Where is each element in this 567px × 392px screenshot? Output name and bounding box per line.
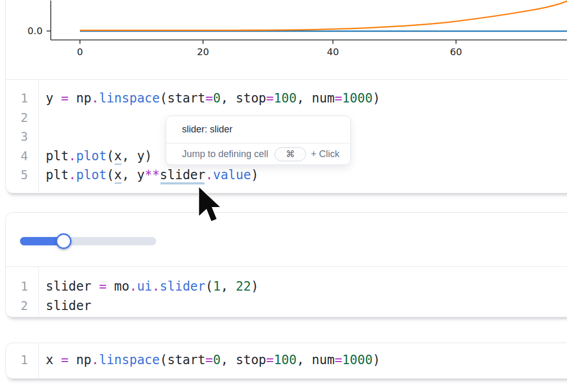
code-token: , stop	[220, 91, 266, 106]
code-token: , y)	[122, 149, 153, 163]
code-token: (	[107, 149, 114, 163]
line-number: 1	[6, 89, 38, 108]
code-token: **	[145, 168, 160, 182]
code-token: .	[152, 279, 159, 294]
variable-tooltip: slider: slider Jump to defining cell ⌘ +…	[166, 116, 351, 165]
code-token: =	[266, 91, 274, 106]
code-token: (start	[160, 91, 206, 106]
code-content: slider = mo.ui.slider(1, 22)	[46, 277, 259, 296]
code-token: (start	[160, 353, 206, 367]
x-tick-label: 60	[450, 46, 462, 57]
code-token: linspace	[99, 353, 160, 367]
slider-track[interactable]	[20, 237, 156, 245]
code-token: y	[46, 91, 61, 106]
x-tick-label: 0	[77, 46, 83, 57]
line-number: 2	[6, 296, 38, 316]
code-content: y = np.linspace(start=0, stop=100, num=1…	[46, 89, 380, 108]
code-token: plot	[76, 149, 107, 163]
code-content: x = np.linspace(start=0, stop=100, num=1…	[46, 350, 380, 370]
command-key-icon: ⌘	[286, 149, 295, 160]
reactive-variable-ref[interactable]: x	[114, 168, 122, 182]
slider-handle[interactable]	[56, 233, 72, 249]
code-token: plot	[76, 168, 107, 182]
tooltip-title: slider: slider	[166, 116, 350, 143]
line-number: 1	[6, 350, 38, 370]
code-token: , stop	[220, 353, 266, 367]
code-line[interactable]: 1x = np.linspace(start=0, stop=100, num=…	[6, 350, 567, 370]
code-token: 1000	[342, 353, 373, 367]
code-content: slider	[46, 296, 92, 316]
x-tick-label: 20	[197, 46, 209, 57]
code-token: , y	[122, 168, 145, 182]
code-token: 1	[213, 279, 220, 294]
code-token: 0	[213, 91, 220, 106]
code-token: =	[205, 91, 212, 106]
code-token: (	[107, 168, 114, 182]
code-token: slider	[160, 279, 206, 294]
code-token: )	[251, 168, 258, 182]
code-token: plt	[46, 168, 68, 182]
reactive-variable-ref[interactable]: x	[114, 149, 122, 163]
line-number: 2	[6, 108, 38, 128]
code-token: .	[205, 168, 212, 182]
mouse-cursor-icon	[197, 185, 225, 229]
line-number: 3	[6, 127, 38, 147]
code-token: =	[335, 353, 342, 367]
code-token: (	[205, 279, 212, 294]
code-line[interactable]: 1slider = mo.ui.slider(1, 22)	[6, 277, 567, 296]
code-token: ,	[220, 279, 236, 294]
x-tick-label: 40	[327, 46, 339, 57]
series-line-orange	[80, 1, 567, 30]
plot-output-area: 0.0 0 20 40 60	[6, 0, 567, 80]
code-token: =	[205, 353, 212, 367]
y-tick-label: 0.0	[27, 25, 43, 36]
code-token: , num	[297, 91, 335, 106]
code-token: =	[61, 91, 68, 106]
code-token: plt	[46, 149, 68, 163]
code-token: slider	[46, 298, 92, 313]
reactive-variable-ref[interactable]: slider	[160, 168, 206, 182]
code-token: , num	[297, 353, 335, 367]
tooltip-click-label: + Click	[311, 149, 340, 160]
tooltip-action-label: Jump to defining cell	[182, 149, 268, 160]
code-line[interactable]: 1y = np.linspace(start=0, stop=100, num=…	[6, 89, 567, 108]
cell-slider: 1slider = mo.ui.slider(1, 22)2slider	[5, 212, 567, 317]
code-token: 100	[274, 353, 297, 367]
code-token: .	[68, 149, 76, 163]
code-token: =	[61, 353, 68, 367]
code-content: plt.plot(x, y)	[46, 147, 152, 166]
code-token: .	[92, 353, 99, 367]
code-token: 100	[274, 91, 297, 106]
code-line[interactable]: 2slider	[6, 296, 567, 316]
code-editor-x[interactable]: 1x = np.linspace(start=0, stop=100, num=…	[6, 343, 567, 378]
code-token: =	[335, 91, 342, 106]
code-token: ui	[137, 279, 152, 294]
code-editor-slider[interactable]: 1slider = mo.ui.slider(1, 22)2slider	[6, 267, 567, 316]
line-number: 5	[6, 166, 38, 185]
line-number: 1	[6, 277, 38, 296]
code-line[interactable]: 5plt.plot(x, y**slider.value)	[6, 166, 567, 185]
code-token: =	[266, 353, 274, 367]
code-token: )	[251, 279, 258, 294]
code-token: =	[99, 279, 106, 294]
cell-x-def: 1x = np.linspace(start=0, stop=100, num=…	[5, 343, 567, 379]
code-token: .	[68, 168, 76, 182]
matplotlib-plot: 0.0 0 20 40 60	[6, 1, 567, 59]
code-token: np	[68, 353, 91, 367]
code-token: 0	[213, 353, 220, 367]
tooltip-action-row: Jump to defining cell ⌘ + Click	[166, 143, 350, 164]
code-token: )	[372, 91, 380, 106]
code-token: .	[129, 279, 137, 294]
code-token: 22	[236, 279, 251, 294]
code-content: plt.plot(x, y**slider.value)	[46, 166, 259, 185]
code-token: )	[372, 353, 380, 367]
code-token: mo	[107, 279, 129, 294]
slider-output-area	[6, 213, 567, 267]
code-token: value	[213, 168, 251, 182]
code-token: .	[92, 91, 99, 106]
code-token: x	[46, 353, 61, 367]
code-token: slider	[46, 279, 99, 294]
code-token: 1000	[342, 91, 373, 106]
line-number: 4	[6, 147, 38, 166]
code-token: np	[68, 91, 91, 106]
